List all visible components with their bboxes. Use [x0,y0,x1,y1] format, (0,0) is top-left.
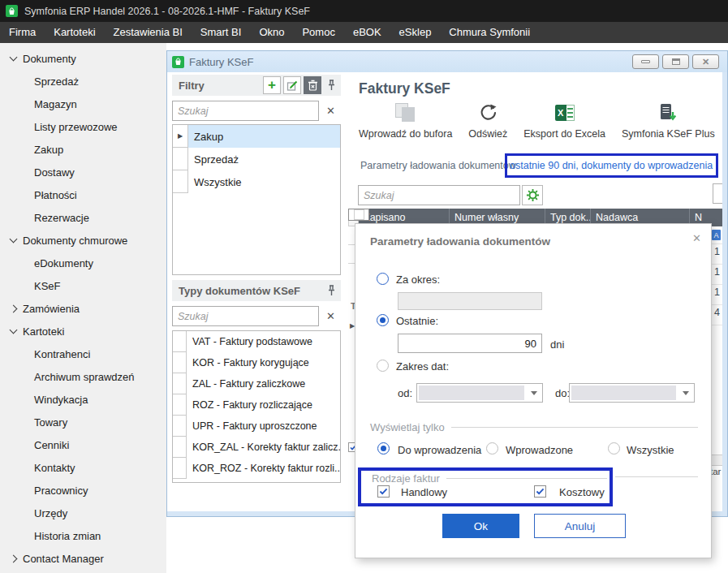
sidebar-item-archiwum-sprawdzen[interactable]: Archiwum sprawdzeń [0,365,166,388]
menu-item-chmura-symfonii[interactable]: Chmura Symfonii [440,22,539,43]
sidebar-item-edokumenty[interactable]: eDokumenty [0,252,166,274]
pin-icon [327,80,336,91]
types-search-input[interactable] [172,306,319,326]
menu-item-okno[interactable]: Okno [250,22,293,43]
sidebar-item-magazyn[interactable]: Magazyn [0,93,166,115]
restore-button[interactable] [662,54,689,69]
window-edge [722,72,727,516]
sidebar-item-contact-manager[interactable]: Contact Manager [0,547,166,570]
filter-row-zakup[interactable]: ▶ Zakup [173,125,340,148]
za-okres-label: Za okres: [396,274,440,286]
sidebar-item-kontrahenci[interactable]: Kontrahenci [0,343,166,365]
sidebar-item-zakup[interactable]: Zakup [0,138,166,161]
pin-types-button[interactable] [327,285,336,296]
grid-settings-button[interactable] [522,185,543,205]
sidebar-item-kartoteki[interactable]: Kartoteki [0,320,166,343]
menu-item-pomoc[interactable]: Pomoc [293,22,343,43]
pin-filters-button[interactable] [327,80,336,91]
odswiez-button[interactable]: Odśwież [468,101,507,140]
type-row-upr[interactable]: UPR - Faktury uproszczone [173,416,340,437]
dialog-title: Parametry ładowania dokumentów [370,235,550,248]
pin-icon [327,285,336,296]
dialog-close-button[interactable]: ✕ [692,232,701,244]
ksef-plus-icon [659,103,677,123]
sidebar-item-historia-zmian[interactable]: Historia zmian [0,524,166,547]
cell-fragment: 1 [714,266,720,278]
za-okres-input[interactable] [398,292,542,310]
minimize-button[interactable] [632,54,659,69]
sidebar-item-dokumenty[interactable]: Dokumenty [0,47,166,70]
filters-search-row: ✕ [172,101,341,121]
symfonia-ksef-plus-button[interactable]: Symfonia KSeF Plus [622,101,715,140]
select-all-checkbox[interactable] [348,209,369,221]
sidebar-item-windykacja[interactable]: Windykacja [0,388,166,411]
sidebar-item-zamowienia[interactable]: Zamówienia [0,297,166,320]
sidebar-item-cenniki[interactable]: Cenniki [0,433,166,456]
screen: Symfonia ERP Handel 2026.1 - 08-2026.1-H… [0,0,728,573]
type-row-zal[interactable]: ZAL - Faktury zaliczkowe [173,373,340,394]
page-title: Faktury KSeF [359,80,450,97]
delete-icon [308,80,318,91]
type-row-vat[interactable]: VAT - Faktury podstawowe [173,331,340,352]
sidebar-item-pracownicy[interactable]: Pracownicy [0,479,166,502]
do-date-dropdown[interactable] [569,383,695,403]
types-group-title: Rodzaje faktur [372,472,440,485]
sidebar-item-urzedy[interactable]: Urzędy [0,502,166,524]
filter-row-sprzedaz[interactable]: Sprzedaż [173,148,340,170]
do-wprowadzenia-radio[interactable] [377,442,390,455]
ok-button[interactable]: Ok [442,514,519,538]
wprowadz-do-bufora-button[interactable]: Wprowadź do bufora [359,101,452,140]
types-panel-title: Typy dokumentów KSeF [179,285,321,297]
za-okres-radio[interactable] [377,273,389,285]
sidebar-item-listy-przewozowe[interactable]: Listy przewozowe [0,115,166,138]
menu-item-ebok[interactable]: eBOK [344,22,390,43]
do-label: do: [555,387,570,399]
menu-item-firma[interactable]: Firma [0,22,45,43]
edit-filter-button[interactable] [283,76,301,94]
grid-search-input[interactable] [358,185,520,205]
menu-item-zestawienia-bi[interactable]: Zestawienia BI [105,22,192,43]
type-row-roz[interactable]: ROZ - Faktury rozliczające [173,394,340,416]
sidebar-item-towary[interactable]: Towary [0,411,166,433]
clear-types-search-button[interactable]: ✕ [321,306,341,326]
add-filter-button[interactable]: + [263,76,281,94]
sidebar-item-ksef[interactable]: KSeF [0,274,166,297]
wprowadzone-label: Wprowadzone [506,444,573,456]
close-icon: ✕ [702,57,709,67]
params-label: Parametry ładowania dokumentów: [360,160,519,171]
row-marker-icon: ▶ [178,132,183,140]
wszystkie-radio[interactable] [608,442,620,455]
type-row-kor-zal[interactable]: KOR_ZAL - Korekty faktur zalicz... [173,437,340,458]
od-date-dropdown[interactable] [416,383,543,403]
sidebar-item-dostawy[interactable]: Dostawy [0,161,166,183]
type-row-kor[interactable]: KOR - Faktury korygujące [173,352,340,373]
kosztowy-checkbox[interactable] [534,485,546,498]
filters-search-input[interactable] [172,101,319,121]
menu-item-esklep[interactable]: eSklep [390,22,441,43]
sidebar-item-rezerwacje[interactable]: Rezerwacje [0,206,166,229]
cancel-button[interactable]: Anuluj [534,514,626,538]
sidebar-item-dokumenty-chmurowe[interactable]: Dokumenty chmurowe [0,229,166,252]
handlowy-checkbox[interactable] [377,485,390,498]
ostatnie-days-input[interactable] [398,334,542,353]
close-window-button[interactable]: ✕ [692,54,719,69]
sidebar-item-sprzedaz[interactable]: Sprzedaż [0,70,166,93]
type-row-kor-roz[interactable]: KOR_ROZ - Korekty faktur rozli... [173,458,340,479]
clear-filters-search-button[interactable]: ✕ [321,101,341,121]
buffer-documents-icon [395,103,416,123]
menu-item-kartoteki[interactable]: Kartoteki [45,22,104,43]
check-icon [379,488,388,495]
delete-filter-button[interactable] [304,76,321,94]
params-link[interactable]: ostatnie 90 dni, dokumenty do wprowadzen… [507,160,713,171]
zakres-dat-radio[interactable] [377,360,389,372]
ostatnie-radio[interactable] [377,314,389,326]
eksport-do-excela-button[interactable]: X Eksport do Excela [523,101,605,140]
filter-row-wszystkie[interactable]: Wszystkie [173,170,340,193]
text-fragment: tar [710,467,721,476]
wprowadzone-radio[interactable] [486,442,498,455]
annotation-box-rodzaje-faktur: Rodzaje faktur Handlowy Kosztowy [358,467,613,506]
menu-item-smart-bi[interactable]: Smart BI [192,22,251,43]
filters-list: ▶ Zakup Sprzedaż Wszystkie [172,124,341,275]
sidebar-item-platnosci[interactable]: Płatności [0,183,166,206]
sidebar-item-kontakty[interactable]: Kontakty [0,456,166,479]
